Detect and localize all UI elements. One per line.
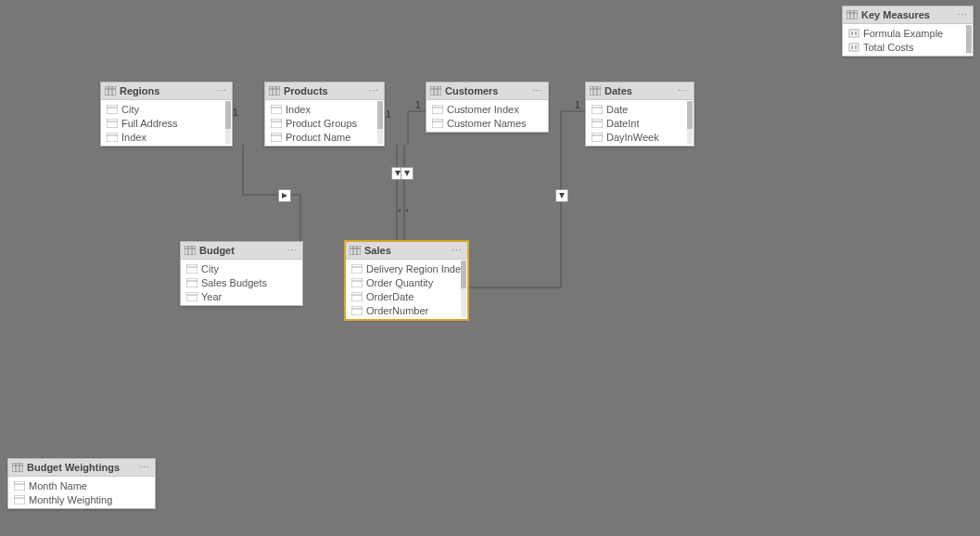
field[interactable]: Year [181, 289, 302, 303]
table-icon [430, 86, 441, 96]
field-label: City [121, 104, 139, 115]
column-icon [432, 105, 443, 114]
field[interactable]: DateInt [586, 116, 694, 130]
svg-rect-60 [846, 10, 858, 19]
direction-arrow-icon [555, 189, 568, 202]
field[interactable]: Product Name [265, 130, 384, 144]
field[interactable]: Customer Names [426, 116, 548, 130]
table-menu-icon[interactable]: ⋯ [215, 86, 228, 96]
column-icon [351, 306, 363, 315]
table-products[interactable]: Products ⋯ Index Product Groups Product … [264, 82, 385, 147]
field[interactable]: Customer Index [426, 102, 548, 116]
svg-rect-70 [12, 463, 23, 472]
scroll-thumb[interactable] [377, 101, 383, 129]
direction-arrow-icon [278, 189, 291, 202]
scrollbar[interactable] [687, 101, 693, 144]
table-regions[interactable]: Regions ⋯ City Full Address Index [100, 82, 233, 147]
scroll-thumb[interactable] [966, 25, 972, 53]
svg-rect-66 [855, 32, 857, 35]
table-menu-icon[interactable]: ⋯ [451, 246, 464, 255]
table-dates[interactable]: Dates ⋯ Date DateInt DayInWeek [585, 82, 694, 147]
scrollbar[interactable] [966, 25, 972, 54]
field[interactable]: Monthly Weighting [8, 492, 155, 506]
field[interactable]: OrderNumber [346, 303, 467, 317]
field[interactable]: Sales Budgets [181, 275, 302, 289]
field[interactable]: Product Groups [265, 116, 384, 130]
table-budget-weightings[interactable]: Budget Weightings ⋯ Month Name Monthly W… [7, 458, 156, 509]
svg-rect-38 [185, 246, 196, 255]
table-title: Key Measures [861, 9, 956, 20]
field[interactable]: Total Costs [843, 40, 973, 54]
table-header[interactable]: Customers ⋯ [426, 83, 548, 100]
field[interactable]: Index [101, 130, 232, 144]
svg-rect-0 [105, 86, 116, 96]
field-label: Index [121, 132, 146, 143]
column-icon [271, 119, 282, 128]
table-title: Budget [199, 245, 286, 256]
table-menu-icon[interactable]: ⋯ [677, 86, 690, 96]
table-header[interactable]: Products ⋯ [265, 83, 384, 100]
field[interactable]: Full Address [101, 116, 232, 130]
svg-rect-42 [186, 264, 197, 274]
table-header[interactable]: Budget ⋯ [181, 242, 302, 260]
svg-rect-32 [592, 105, 603, 114]
svg-rect-54 [351, 278, 363, 287]
table-customers[interactable]: Customers ⋯ Customer Index Customer Name… [426, 82, 549, 133]
table-icon [590, 86, 601, 96]
field[interactable]: Index [265, 102, 384, 116]
svg-rect-67 [849, 44, 859, 51]
table-menu-icon[interactable]: ⋯ [367, 86, 380, 96]
scroll-thumb[interactable] [461, 261, 466, 288]
table-menu-icon[interactable]: ⋯ [286, 246, 299, 255]
table-icon [105, 86, 116, 96]
model-canvas[interactable]: { "tables": { "regions": {"title":"Regio… [0, 0, 980, 536]
field[interactable]: Formula Example [843, 26, 973, 40]
table-menu-icon[interactable]: ⋯ [138, 463, 151, 472]
column-icon [14, 495, 25, 504]
field[interactable]: DayInWeek [586, 130, 694, 144]
scrollbar[interactable] [377, 101, 383, 144]
field[interactable]: Order Quantity [346, 275, 467, 289]
field[interactable]: Delivery Region Index [346, 262, 467, 275]
field-label: DateInt [606, 118, 639, 129]
table-icon [269, 86, 280, 96]
table-menu-icon[interactable]: ⋯ [956, 10, 969, 19]
table-menu-icon[interactable]: ⋯ [531, 86, 544, 96]
svg-rect-58 [351, 306, 363, 315]
field-list: Month Name Monthly Weighting [8, 477, 155, 508]
field-label: Order Quantity [366, 277, 433, 288]
table-title: Budget Weightings [27, 462, 138, 473]
table-budget[interactable]: Budget ⋯ City Sales Budgets Year [180, 241, 303, 306]
field[interactable]: Date [586, 102, 694, 116]
scrollbar[interactable] [461, 261, 466, 317]
field[interactable]: OrderDate [346, 289, 467, 303]
field[interactable]: City [181, 262, 302, 275]
table-header[interactable]: Sales ⋯ [346, 242, 467, 260]
table-sales[interactable]: Sales ⋯ Delivery Region Index Order Quan… [345, 241, 468, 320]
field-label: Customer Names [447, 118, 527, 129]
table-icon [350, 246, 361, 255]
column-icon [351, 264, 363, 274]
field-label: Product Groups [286, 118, 357, 129]
table-title: Products [284, 85, 367, 96]
scroll-thumb[interactable] [225, 101, 231, 129]
field-label: Customer Index [447, 104, 519, 115]
svg-rect-28 [590, 86, 601, 96]
scrollbar[interactable] [225, 101, 231, 144]
measure-icon [848, 43, 859, 52]
table-header[interactable]: Key Measures ⋯ [843, 6, 973, 24]
svg-rect-24 [432, 105, 443, 114]
scroll-thumb[interactable] [687, 101, 693, 129]
table-header[interactable]: Dates ⋯ [586, 83, 694, 100]
table-header[interactable]: Regions ⋯ [101, 83, 232, 100]
field[interactable]: City [101, 102, 232, 116]
table-icon [12, 463, 23, 472]
cardinality-many: * [398, 208, 401, 218]
svg-rect-56 [351, 292, 363, 301]
column-icon [271, 133, 282, 142]
field[interactable]: Month Name [8, 479, 155, 492]
table-title: Customers [445, 85, 531, 96]
table-header[interactable]: Budget Weightings ⋯ [8, 459, 155, 477]
table-key-measures[interactable]: Key Measures ⋯ Formula Example Total Cos… [842, 6, 974, 57]
field-label: Full Address [121, 118, 178, 129]
